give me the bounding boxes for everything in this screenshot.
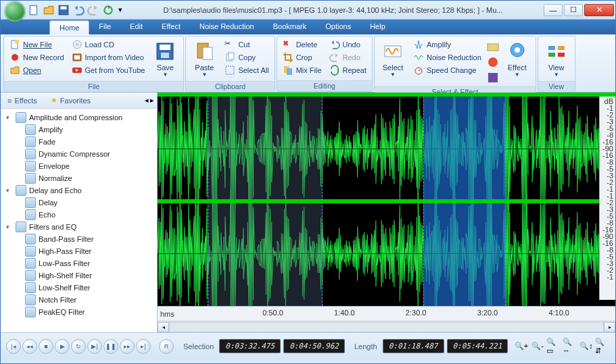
effect-icon xyxy=(506,41,528,62)
tool-icon-2[interactable] xyxy=(486,55,500,69)
cut-button[interactable]: ✂Cut xyxy=(222,38,271,51)
tab-edit[interactable]: Edit xyxy=(120,20,152,34)
speed-change-button[interactable]: Speed Change xyxy=(410,64,484,76)
noise-reduction-button[interactable]: Noise Reduction xyxy=(410,51,484,63)
tree-item[interactable]: Delay xyxy=(1,197,157,209)
new-file-button[interactable]: New File xyxy=(7,38,67,51)
qat-dropdown-icon[interactable]: ▾ xyxy=(117,4,124,16)
side-nav-right-icon[interactable]: ▸ xyxy=(150,96,154,105)
select-all-button[interactable]: Select All xyxy=(222,64,271,76)
effects-tree[interactable]: ▾Amplitude and CompressionAmplifyFadeDyn… xyxy=(1,109,157,332)
film-icon xyxy=(72,52,82,63)
tree-category[interactable]: ▾Filters and EQ xyxy=(1,221,157,233)
select-all-icon xyxy=(224,65,235,76)
tab-bookmark[interactable]: Bookmark xyxy=(264,20,316,34)
stop-button[interactable]: ■ xyxy=(39,339,53,354)
new-record-button[interactable]: New Record xyxy=(7,51,67,63)
go-end-button[interactable]: ▸| xyxy=(136,339,151,354)
tab-help[interactable]: Help xyxy=(360,20,395,34)
youtube-button[interactable]: Get from YouTube xyxy=(69,64,148,76)
play-loop-button[interactable]: ↻ xyxy=(71,339,86,354)
side-tab-effects[interactable]: ≡Effects xyxy=(3,95,41,106)
amplify-button[interactable]: Amplify xyxy=(410,38,484,51)
youtube-icon xyxy=(72,65,82,76)
go-start-button[interactable]: |◂ xyxy=(6,339,21,354)
record-button[interactable]: R xyxy=(159,339,174,354)
time-ruler[interactable]: hms 0:50.01:40.02:30.03:20.04:10.05:00.0 xyxy=(158,306,615,321)
qat-refresh-icon[interactable] xyxy=(102,4,114,16)
effect-icon xyxy=(25,173,36,184)
qat-save-icon[interactable] xyxy=(57,4,70,16)
zoom-out-v-button[interactable]: 🔍⇵ xyxy=(595,340,610,353)
tab-file[interactable]: File xyxy=(89,20,120,34)
tree-item[interactable]: Band-Pass Filter xyxy=(1,233,157,245)
rewind-button[interactable]: ◂◂ xyxy=(22,339,37,354)
star-icon: ★ xyxy=(51,96,57,105)
tree-category[interactable]: ▾Amplitude and Compression xyxy=(1,111,157,124)
paste-button[interactable]: Paste▼ xyxy=(189,38,220,79)
scroll-right-icon[interactable]: ▸ xyxy=(604,322,615,332)
copy-icon xyxy=(224,52,235,63)
tree-item[interactable]: Fade xyxy=(1,136,157,148)
scroll-track[interactable] xyxy=(169,322,604,332)
app-orb-button[interactable] xyxy=(5,1,25,22)
close-button[interactable]: ✕ xyxy=(584,4,614,16)
open-button[interactable]: Open xyxy=(7,64,67,76)
tool-icon-1[interactable] xyxy=(486,40,500,53)
tab-home[interactable]: Home xyxy=(49,20,89,34)
tree-item[interactable]: Low-Pass Filter xyxy=(1,257,157,269)
copy-button[interactable]: Copy xyxy=(222,51,271,63)
mix-file-button[interactable]: Mix File xyxy=(280,64,325,76)
scroll-left-icon[interactable]: ◂ xyxy=(158,322,169,332)
tree-category[interactable]: ▾Delay and Echo xyxy=(1,184,157,197)
svg-rect-21 xyxy=(287,68,292,75)
tree-item[interactable]: Amplify xyxy=(1,124,157,136)
tree-item[interactable]: High-Shelf Filter xyxy=(1,269,157,282)
tab-effect[interactable]: Effect xyxy=(152,20,190,34)
side-tab-favorites[interactable]: ★Favorites xyxy=(47,95,95,106)
select-button[interactable]: Select▼ xyxy=(377,38,408,84)
minimize-button[interactable]: — xyxy=(544,4,563,16)
zoom-out-button[interactable]: 🔍- xyxy=(530,340,545,353)
qat-open-icon[interactable] xyxy=(43,4,55,16)
qat-new-icon[interactable] xyxy=(28,4,40,16)
tree-item[interactable]: Notch Filter xyxy=(1,294,157,306)
tree-item[interactable]: High-Pass Filter xyxy=(1,245,157,257)
zoom-in-v-button[interactable]: 🔍↕ xyxy=(579,340,594,353)
tool-icon-3[interactable] xyxy=(486,71,500,84)
tree-item[interactable]: PeakEQ Filter xyxy=(1,306,157,318)
tree-item[interactable]: Normalize xyxy=(1,172,157,184)
svg-rect-16 xyxy=(203,47,212,59)
tab-noise-reduction[interactable]: Noise Reduction xyxy=(190,20,264,34)
pause-button[interactable]: ❚❚ xyxy=(103,339,118,354)
tree-item[interactable]: Echo xyxy=(1,209,157,221)
maximize-button[interactable]: ☐ xyxy=(564,4,583,16)
tree-item[interactable]: Low-Shelf Filter xyxy=(1,282,157,294)
qat-undo-icon[interactable] xyxy=(72,4,85,16)
side-nav-left-icon[interactable]: ◂ xyxy=(145,96,149,105)
horizontal-scrollbar[interactable]: ◂ ▸ xyxy=(158,321,615,332)
forward-button[interactable]: ▸▸ xyxy=(120,339,135,354)
crop-button[interactable]: Crop xyxy=(280,51,325,63)
play-button[interactable]: ▶ xyxy=(55,339,70,354)
repeat-button[interactable]: Repeat xyxy=(327,64,369,76)
zoom-in-button[interactable]: 🔍+ xyxy=(514,340,529,353)
undo-button[interactable]: Undo xyxy=(327,38,369,51)
zoom-fit-button[interactable]: 🔍↔ xyxy=(563,340,577,353)
delete-button[interactable]: ✖Delete xyxy=(280,38,325,51)
redo-button[interactable]: Redo xyxy=(327,51,369,63)
effect-button[interactable]: Effect▼ xyxy=(502,38,533,84)
zoom-selection-button[interactable]: 🔍▭ xyxy=(546,340,561,353)
import-video-button[interactable]: Import from Video xyxy=(69,51,148,63)
status-bar: |◂ ◂◂ ■ ▶ ↻ ▶| ❚❚ ▸▸ ▸| R Selection 0:03… xyxy=(1,332,615,359)
load-cd-button[interactable]: Load CD xyxy=(69,38,148,51)
save-button[interactable]: Save▼ xyxy=(149,38,181,79)
tree-item[interactable]: Dynamic Compressor xyxy=(1,148,157,160)
svg-rect-0 xyxy=(30,5,37,15)
play-selection-button[interactable]: ▶| xyxy=(87,339,102,354)
tab-options[interactable]: Options xyxy=(316,20,360,34)
waveform-view[interactable]: dB-1-2-3-5-8-16-90-16-8-5-3-2-1-1-2-3-5-… xyxy=(158,93,615,332)
view-button[interactable]: View▼ xyxy=(541,38,572,79)
qat-redo-icon[interactable] xyxy=(87,4,99,16)
tree-item[interactable]: Envelope xyxy=(1,160,157,172)
